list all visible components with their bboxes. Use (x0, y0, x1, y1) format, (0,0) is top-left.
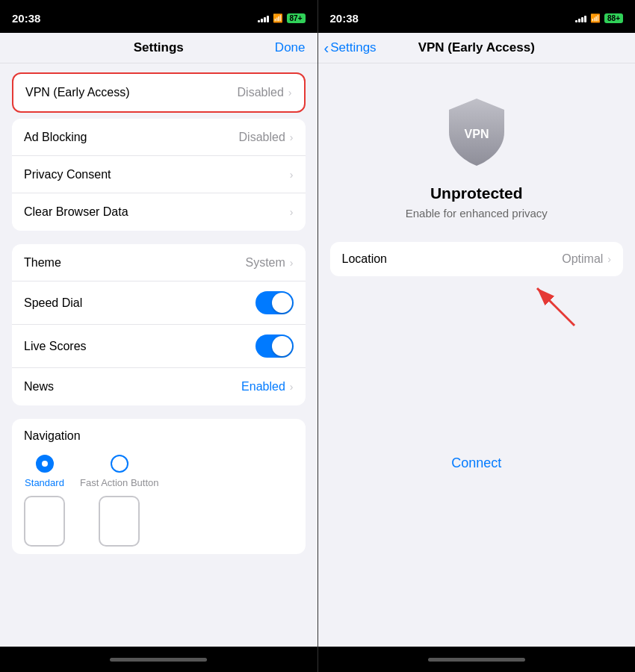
location-label: Location (342, 252, 388, 266)
right-home-bar (428, 658, 525, 662)
ad-blocking-value: Disabled › (239, 131, 294, 144)
location-chevron: › (607, 253, 611, 265)
live-scores-toggle[interactable] (255, 335, 294, 358)
right-status-icons: 📶 88+ (575, 13, 623, 23)
vpn-status-sub: Enable for enhanced privacy (406, 207, 548, 220)
standard-label: Standard (25, 477, 64, 488)
arrow-annotation (522, 277, 582, 332)
news-chevron: › (290, 381, 294, 393)
back-chevron-icon: ‹ (324, 40, 329, 55)
news-value: Enabled › (241, 380, 293, 393)
navigation-section: Navigation Standard Fast Action Button (12, 419, 306, 554)
right-back-button[interactable]: ‹ Settings (324, 40, 377, 55)
standard-option[interactable]: Standard (24, 455, 65, 547)
privacy-consent-label: Privacy Consent (24, 168, 111, 181)
right-wifi-icon: 📶 (590, 13, 601, 23)
left-status-time: 20:38 (12, 12, 40, 25)
battery-icon: 87+ (287, 13, 306, 23)
ad-blocking-row[interactable]: Ad Blocking Disabled › (12, 119, 306, 156)
right-battery-icon: 88+ (604, 13, 623, 23)
right-nav-bar: ‹ Settings VPN (Early Access) (318, 33, 636, 63)
left-status-bar: 20:38 📶 87+ (0, 0, 318, 33)
left-panel: 20:38 📶 87+ Settings Done VPN (Early Acc… (0, 0, 318, 672)
theme-row[interactable]: Theme System › (12, 244, 306, 281)
navigation-options: Standard Fast Action Button (24, 455, 294, 547)
fab-radio[interactable] (111, 455, 128, 473)
clear-browser-data-label: Clear Browser Data (24, 205, 128, 219)
live-scores-label: Live Scores (24, 340, 87, 353)
signal-icon (258, 14, 269, 22)
standard-phone-preview (24, 496, 65, 547)
fab-option[interactable]: Fast Action Button (80, 455, 159, 547)
clear-browser-data-row[interactable]: Clear Browser Data › (12, 193, 306, 231)
news-row[interactable]: News Enabled › (12, 368, 306, 405)
ad-blocking-label: Ad Blocking (24, 131, 87, 144)
settings-group-1: Ad Blocking Disabled › Privacy Consent ›… (12, 119, 306, 231)
theme-value: System › (245, 256, 293, 270)
standard-radio[interactable] (36, 455, 54, 473)
red-arrow-icon (522, 277, 582, 329)
vpn-shield-container: VPN (443, 95, 510, 172)
location-row[interactable]: Location Optimal › (330, 242, 624, 276)
vpn-row[interactable]: VPN (Early Access) Disabled › (13, 74, 304, 111)
right-home-indicator (318, 647, 636, 672)
left-nav-title: Settings (134, 40, 184, 55)
ad-blocking-chevron: › (290, 131, 294, 143)
right-status-time: 20:38 (330, 12, 359, 25)
fab-phone-preview (99, 496, 140, 547)
navigation-label: Navigation (24, 429, 294, 443)
settings-group-2: Theme System › Speed Dial Live Scores Ne… (12, 244, 306, 405)
vpn-shield-icon: VPN (443, 95, 510, 169)
news-label: News (24, 380, 54, 393)
vpn-label: VPN (Early Access) (25, 86, 130, 99)
left-nav-bar: Settings Done (0, 33, 318, 63)
wifi-icon: 📶 (273, 13, 283, 23)
left-content: VPN (Early Access) Disabled › Ad Blockin… (0, 63, 318, 647)
fab-label: Fast Action Button (80, 477, 159, 488)
location-section: Location Optimal › (330, 242, 624, 291)
theme-chevron: › (290, 257, 294, 269)
privacy-consent-chevron: › (288, 169, 294, 181)
vpn-status-title: Unprotected (430, 184, 523, 202)
theme-label: Theme (24, 256, 61, 270)
speed-dial-row[interactable]: Speed Dial (12, 281, 306, 325)
right-nav-title: VPN (Early Access) (418, 40, 535, 55)
svg-text:VPN: VPN (464, 128, 489, 140)
clear-browser-chevron: › (288, 206, 294, 218)
vpn-value: Disabled › (238, 86, 292, 99)
live-scores-row[interactable]: Live Scores (12, 325, 306, 368)
right-signal-icon (575, 14, 586, 22)
left-home-bar (110, 658, 207, 662)
right-status-bar: 20:38 📶 88+ (318, 0, 636, 33)
location-value: Optimal › (562, 252, 611, 266)
speed-dial-toggle[interactable] (255, 291, 294, 314)
speed-dial-label: Speed Dial (24, 296, 82, 310)
navigation-group: Navigation Standard Fast Action Button (12, 419, 306, 554)
left-home-indicator (0, 647, 318, 672)
vpn-detail-content: VPN Unprotected Enable for enhanced priv… (318, 63, 636, 647)
left-status-icons: 📶 87+ (258, 13, 306, 23)
connect-button[interactable]: Connect (451, 455, 501, 471)
connect-btn-area: Connect (330, 441, 624, 494)
privacy-consent-row[interactable]: Privacy Consent › (12, 156, 306, 193)
vpn-chevron: › (288, 87, 292, 99)
right-panel: 20:38 📶 88+ ‹ Settings VPN (Early Access… (318, 0, 636, 672)
vpn-highlighted-group: VPN (Early Access) Disabled › (12, 72, 306, 113)
back-label: Settings (330, 40, 376, 55)
svg-line-2 (537, 288, 574, 326)
done-button[interactable]: Done (275, 40, 306, 55)
